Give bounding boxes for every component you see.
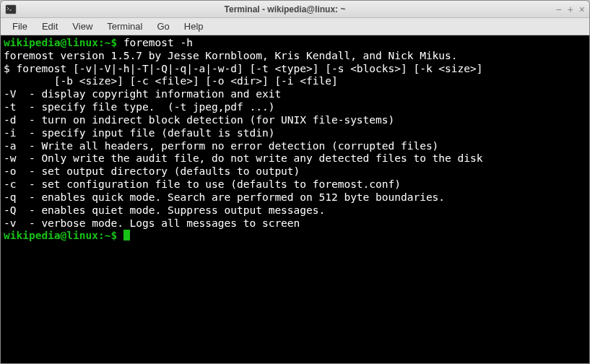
output-line: -a - Write all headers, perform no error… — [4, 140, 586, 153]
output-line: -o - set output directory (defaults to o… — [4, 165, 586, 178]
output-line: foremost version 1.5.7 by Jesse Kornbloo… — [4, 50, 586, 63]
output-line: -v - verbose mode. Logs all messages to … — [4, 217, 586, 230]
output-line: -t - specify file type. (-t jpeg,pdf ...… — [4, 101, 586, 114]
menu-view[interactable]: View — [65, 19, 100, 34]
prompt: wikipedia@linux:~$ — [4, 37, 123, 48]
output-line: -q - enables quick mode. Search are perf… — [4, 191, 586, 204]
output-line: -i - specify input file (default is stdi… — [4, 127, 586, 140]
output-line: -d - turn on indirect block detection (f… — [4, 114, 586, 127]
menu-file[interactable]: File — [5, 19, 35, 34]
command: foremost -h — [123, 37, 193, 48]
maximize-button[interactable]: + — [568, 4, 573, 14]
menu-edit[interactable]: Edit — [35, 19, 65, 34]
output-line: -V - display copyright information and e… — [4, 88, 586, 101]
svg-rect-0 — [6, 5, 16, 14]
terminal-output[interactable]: wikipedia@linux:~$ foremost -hforemost v… — [1, 35, 589, 363]
minimize-button[interactable]: − — [555, 4, 561, 14]
titlebar[interactable]: Terminal - wikipedia@linux: ~ − + × — [1, 1, 589, 18]
output-line: [-b <size>] [-c <file>] [-o <dir>] [-i <… — [4, 75, 586, 88]
menubar: File Edit View Terminal Go Help — [1, 18, 589, 35]
terminal-window: Terminal - wikipedia@linux: ~ − + × File… — [0, 0, 590, 364]
prompt: wikipedia@linux:~$ — [4, 230, 123, 241]
menu-go[interactable]: Go — [149, 19, 176, 34]
window-controls: − + × — [549, 4, 585, 14]
output-line: $ foremost [-v|-V|-h|-T|-Q|-q|-a|-w-d] [… — [4, 63, 586, 76]
cursor — [123, 230, 130, 240]
window-title: Terminal - wikipedia@linux: ~ — [21, 4, 549, 14]
menu-help[interactable]: Help — [177, 19, 211, 34]
close-button[interactable]: × — [579, 4, 585, 14]
menu-terminal[interactable]: Terminal — [100, 19, 149, 34]
output-line: -Q - enables quiet mode. Suppress output… — [4, 204, 586, 217]
output-line: -w - Only write the audit file, do not w… — [4, 152, 586, 165]
output-line: -c - set configuration file to use (defa… — [4, 178, 586, 191]
terminal-icon — [5, 4, 17, 15]
